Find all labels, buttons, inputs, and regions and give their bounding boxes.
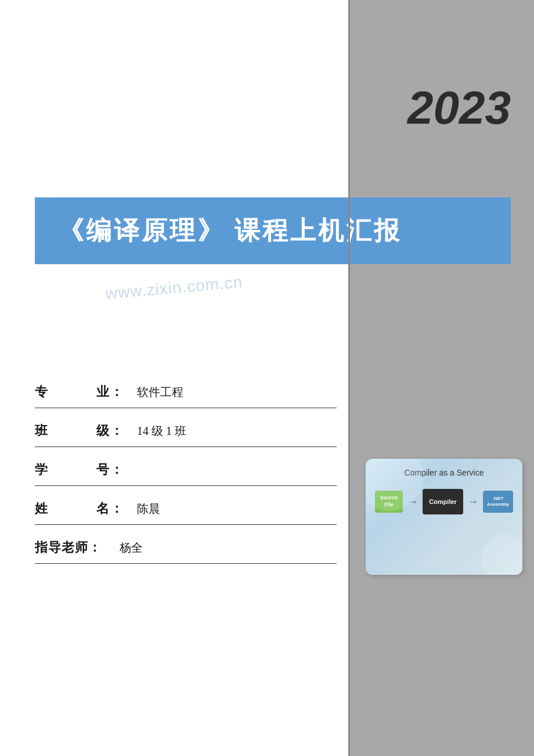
- advisor-value: 杨全: [120, 540, 143, 556]
- watermark: www.zixin.com.cn: [29, 266, 320, 309]
- major-row: 专 业 ： 软件工程: [35, 383, 337, 408]
- student-id-label: 学 号: [35, 461, 110, 478]
- left-panel: www.zixin.com.cn 专 业 ： 软件工程: [0, 0, 348, 756]
- year-text: 2023: [407, 81, 511, 135]
- right-panel: 2023 Compiler as a Service Source File →…: [348, 0, 534, 756]
- advisor-underline: [35, 563, 337, 564]
- name-value: 陈晨: [137, 501, 160, 517]
- advisor-row: 指导老师： 杨全: [35, 539, 337, 564]
- divider-line: [348, 0, 350, 756]
- bg-circle-2: [482, 534, 522, 575]
- class-underline: [35, 447, 337, 447]
- name-underline: [35, 524, 337, 525]
- student-id-row: 学 号 ：: [35, 461, 337, 486]
- major-underline: [35, 408, 337, 408]
- form-section: 专 业 ： 软件工程 班 级 ： 14 级 1 班: [35, 383, 337, 578]
- arrow-2: →: [468, 496, 478, 508]
- compiler-box: Compiler as a Service Source File → Comp…: [366, 459, 522, 575]
- title-text: 《编译原理》 课程上机汇报: [58, 216, 402, 244]
- compiler-box-inner: Compiler: [423, 489, 463, 514]
- class-row: 班 级 ： 14 级 1 班: [35, 422, 337, 447]
- name-label: 姓 名: [35, 500, 110, 517]
- page: www.zixin.com.cn 专 业 ： 软件工程: [0, 0, 534, 756]
- assembly-box: .NET Assembly: [483, 491, 513, 513]
- major-value: 软件工程: [137, 384, 183, 400]
- class-value: 14 级 1 班: [137, 423, 186, 439]
- student-id-underline: [35, 485, 337, 486]
- name-row: 姓 名 ： 陈晨: [35, 500, 337, 525]
- title-banner: 《编译原理》 课程上机汇报: [35, 197, 511, 264]
- advisor-label: 指导老师：: [35, 539, 110, 556]
- major-label: 专 业: [35, 383, 110, 401]
- class-label: 班 级: [35, 422, 110, 440]
